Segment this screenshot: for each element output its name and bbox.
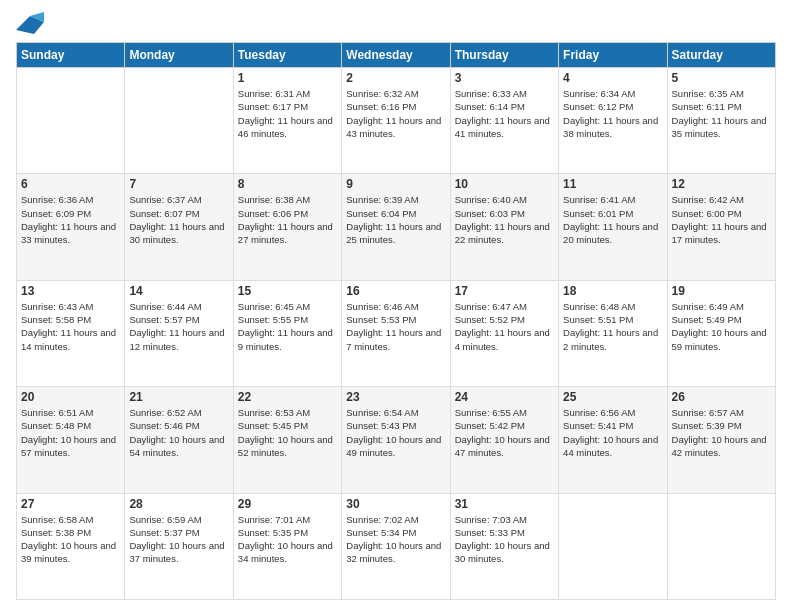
calendar-cell: 12Sunrise: 6:42 AMSunset: 6:00 PMDayligh… xyxy=(667,174,775,280)
day-info: Sunrise: 6:53 AMSunset: 5:45 PMDaylight:… xyxy=(238,406,337,459)
day-info: Sunrise: 6:52 AMSunset: 5:46 PMDaylight:… xyxy=(129,406,228,459)
day-info: Sunrise: 7:01 AMSunset: 5:35 PMDaylight:… xyxy=(238,513,337,566)
day-info: Sunrise: 6:55 AMSunset: 5:42 PMDaylight:… xyxy=(455,406,554,459)
calendar-cell: 3Sunrise: 6:33 AMSunset: 6:14 PMDaylight… xyxy=(450,68,558,174)
weekday-header-thursday: Thursday xyxy=(450,43,558,68)
day-number: 20 xyxy=(21,390,120,404)
day-number: 19 xyxy=(672,284,771,298)
calendar-cell xyxy=(125,68,233,174)
day-info: Sunrise: 6:48 AMSunset: 5:51 PMDaylight:… xyxy=(563,300,662,353)
calendar-cell: 16Sunrise: 6:46 AMSunset: 5:53 PMDayligh… xyxy=(342,280,450,386)
day-info: Sunrise: 6:49 AMSunset: 5:49 PMDaylight:… xyxy=(672,300,771,353)
calendar-week-row: 6Sunrise: 6:36 AMSunset: 6:09 PMDaylight… xyxy=(17,174,776,280)
calendar-cell: 1Sunrise: 6:31 AMSunset: 6:17 PMDaylight… xyxy=(233,68,341,174)
day-number: 21 xyxy=(129,390,228,404)
day-info: Sunrise: 7:02 AMSunset: 5:34 PMDaylight:… xyxy=(346,513,445,566)
day-number: 17 xyxy=(455,284,554,298)
day-info: Sunrise: 6:40 AMSunset: 6:03 PMDaylight:… xyxy=(455,193,554,246)
day-info: Sunrise: 6:39 AMSunset: 6:04 PMDaylight:… xyxy=(346,193,445,246)
calendar-cell: 10Sunrise: 6:40 AMSunset: 6:03 PMDayligh… xyxy=(450,174,558,280)
logo xyxy=(16,12,48,34)
calendar-cell: 13Sunrise: 6:43 AMSunset: 5:58 PMDayligh… xyxy=(17,280,125,386)
day-info: Sunrise: 6:51 AMSunset: 5:48 PMDaylight:… xyxy=(21,406,120,459)
calendar-cell xyxy=(17,68,125,174)
calendar-cell: 11Sunrise: 6:41 AMSunset: 6:01 PMDayligh… xyxy=(559,174,667,280)
calendar-table: SundayMondayTuesdayWednesdayThursdayFrid… xyxy=(16,42,776,600)
calendar-cell: 6Sunrise: 6:36 AMSunset: 6:09 PMDaylight… xyxy=(17,174,125,280)
weekday-header-saturday: Saturday xyxy=(667,43,775,68)
calendar-cell: 9Sunrise: 6:39 AMSunset: 6:04 PMDaylight… xyxy=(342,174,450,280)
day-number: 18 xyxy=(563,284,662,298)
weekday-header-tuesday: Tuesday xyxy=(233,43,341,68)
day-number: 4 xyxy=(563,71,662,85)
day-number: 6 xyxy=(21,177,120,191)
day-info: Sunrise: 7:03 AMSunset: 5:33 PMDaylight:… xyxy=(455,513,554,566)
calendar-cell: 31Sunrise: 7:03 AMSunset: 5:33 PMDayligh… xyxy=(450,493,558,599)
calendar-cell: 5Sunrise: 6:35 AMSunset: 6:11 PMDaylight… xyxy=(667,68,775,174)
day-number: 15 xyxy=(238,284,337,298)
day-number: 29 xyxy=(238,497,337,511)
calendar-cell: 18Sunrise: 6:48 AMSunset: 5:51 PMDayligh… xyxy=(559,280,667,386)
day-number: 5 xyxy=(672,71,771,85)
day-number: 1 xyxy=(238,71,337,85)
day-number: 22 xyxy=(238,390,337,404)
day-info: Sunrise: 6:56 AMSunset: 5:41 PMDaylight:… xyxy=(563,406,662,459)
day-info: Sunrise: 6:32 AMSunset: 6:16 PMDaylight:… xyxy=(346,87,445,140)
day-info: Sunrise: 6:54 AMSunset: 5:43 PMDaylight:… xyxy=(346,406,445,459)
calendar-cell: 29Sunrise: 7:01 AMSunset: 5:35 PMDayligh… xyxy=(233,493,341,599)
day-info: Sunrise: 6:45 AMSunset: 5:55 PMDaylight:… xyxy=(238,300,337,353)
day-number: 28 xyxy=(129,497,228,511)
day-info: Sunrise: 6:34 AMSunset: 6:12 PMDaylight:… xyxy=(563,87,662,140)
logo-icon xyxy=(16,12,44,34)
calendar-week-row: 13Sunrise: 6:43 AMSunset: 5:58 PMDayligh… xyxy=(17,280,776,386)
weekday-header-sunday: Sunday xyxy=(17,43,125,68)
calendar-cell: 20Sunrise: 6:51 AMSunset: 5:48 PMDayligh… xyxy=(17,387,125,493)
day-info: Sunrise: 6:41 AMSunset: 6:01 PMDaylight:… xyxy=(563,193,662,246)
day-info: Sunrise: 6:37 AMSunset: 6:07 PMDaylight:… xyxy=(129,193,228,246)
day-number: 14 xyxy=(129,284,228,298)
day-info: Sunrise: 6:31 AMSunset: 6:17 PMDaylight:… xyxy=(238,87,337,140)
weekday-header-row: SundayMondayTuesdayWednesdayThursdayFrid… xyxy=(17,43,776,68)
calendar-week-row: 27Sunrise: 6:58 AMSunset: 5:38 PMDayligh… xyxy=(17,493,776,599)
calendar-cell: 19Sunrise: 6:49 AMSunset: 5:49 PMDayligh… xyxy=(667,280,775,386)
calendar-cell: 25Sunrise: 6:56 AMSunset: 5:41 PMDayligh… xyxy=(559,387,667,493)
day-info: Sunrise: 6:36 AMSunset: 6:09 PMDaylight:… xyxy=(21,193,120,246)
calendar-cell: 26Sunrise: 6:57 AMSunset: 5:39 PMDayligh… xyxy=(667,387,775,493)
day-info: Sunrise: 6:43 AMSunset: 5:58 PMDaylight:… xyxy=(21,300,120,353)
day-info: Sunrise: 6:46 AMSunset: 5:53 PMDaylight:… xyxy=(346,300,445,353)
day-number: 30 xyxy=(346,497,445,511)
day-number: 16 xyxy=(346,284,445,298)
calendar-cell: 21Sunrise: 6:52 AMSunset: 5:46 PMDayligh… xyxy=(125,387,233,493)
day-info: Sunrise: 6:35 AMSunset: 6:11 PMDaylight:… xyxy=(672,87,771,140)
calendar-cell: 15Sunrise: 6:45 AMSunset: 5:55 PMDayligh… xyxy=(233,280,341,386)
day-number: 26 xyxy=(672,390,771,404)
calendar-cell xyxy=(559,493,667,599)
day-info: Sunrise: 6:42 AMSunset: 6:00 PMDaylight:… xyxy=(672,193,771,246)
calendar-cell: 24Sunrise: 6:55 AMSunset: 5:42 PMDayligh… xyxy=(450,387,558,493)
day-number: 27 xyxy=(21,497,120,511)
day-number: 24 xyxy=(455,390,554,404)
day-number: 2 xyxy=(346,71,445,85)
weekday-header-friday: Friday xyxy=(559,43,667,68)
calendar-cell: 23Sunrise: 6:54 AMSunset: 5:43 PMDayligh… xyxy=(342,387,450,493)
calendar-cell: 2Sunrise: 6:32 AMSunset: 6:16 PMDaylight… xyxy=(342,68,450,174)
calendar-week-row: 20Sunrise: 6:51 AMSunset: 5:48 PMDayligh… xyxy=(17,387,776,493)
calendar-cell: 17Sunrise: 6:47 AMSunset: 5:52 PMDayligh… xyxy=(450,280,558,386)
calendar-cell: 7Sunrise: 6:37 AMSunset: 6:07 PMDaylight… xyxy=(125,174,233,280)
day-number: 12 xyxy=(672,177,771,191)
day-number: 11 xyxy=(563,177,662,191)
day-number: 10 xyxy=(455,177,554,191)
calendar-cell: 30Sunrise: 7:02 AMSunset: 5:34 PMDayligh… xyxy=(342,493,450,599)
calendar-cell: 4Sunrise: 6:34 AMSunset: 6:12 PMDaylight… xyxy=(559,68,667,174)
day-number: 9 xyxy=(346,177,445,191)
day-info: Sunrise: 6:44 AMSunset: 5:57 PMDaylight:… xyxy=(129,300,228,353)
day-number: 3 xyxy=(455,71,554,85)
day-info: Sunrise: 6:58 AMSunset: 5:38 PMDaylight:… xyxy=(21,513,120,566)
day-info: Sunrise: 6:33 AMSunset: 6:14 PMDaylight:… xyxy=(455,87,554,140)
day-number: 23 xyxy=(346,390,445,404)
calendar-week-row: 1Sunrise: 6:31 AMSunset: 6:17 PMDaylight… xyxy=(17,68,776,174)
calendar-cell: 27Sunrise: 6:58 AMSunset: 5:38 PMDayligh… xyxy=(17,493,125,599)
header xyxy=(16,12,776,34)
day-number: 8 xyxy=(238,177,337,191)
day-number: 25 xyxy=(563,390,662,404)
